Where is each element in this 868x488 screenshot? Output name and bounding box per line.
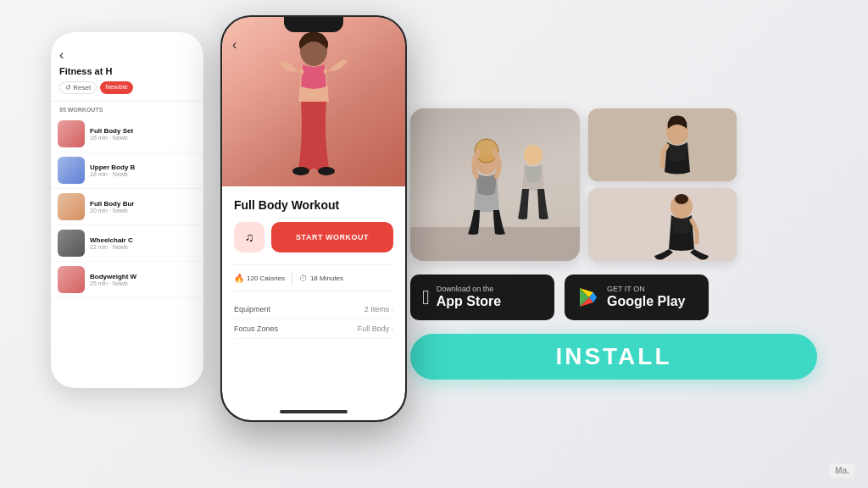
store-buttons:  Download on the App Store GET IT ON Go…: [410, 274, 817, 320]
workout-name: Full Body Set: [90, 127, 197, 135]
chevron-right-icon: ›: [391, 325, 393, 333]
workout-meta: 20 min · Newb: [90, 208, 197, 214]
equipment-label: Equipment: [234, 305, 270, 313]
app-store-button[interactable]:  Download on the App Store: [410, 274, 554, 320]
phone-bg-header: ‹ Fitness at H ↺ Reset Newbie: [51, 32, 203, 102]
watermark: Ma.: [830, 463, 854, 478]
start-workout-button[interactable]: START WORKOUT: [271, 222, 393, 252]
hero-figure: [254, 25, 373, 186]
calories-stat: 🔥 120 Calories: [234, 274, 285, 283]
workout-thumbnail: [58, 157, 85, 184]
minutes-stat: ⏱ 18 Minutes: [299, 274, 343, 283]
list-item[interactable]: Bodyweight W 25 min · Newb: [51, 262, 203, 298]
phone-fg-content: Full Body Workout ♫ START WORKOUT 🔥 120 …: [222, 186, 405, 351]
equipment-row[interactable]: Equipment 2 Items ›: [234, 300, 393, 319]
right-section:  Download on the App Store GET IT ON Go…: [410, 108, 817, 380]
workout-info: Full Body Bur 20 min · Newb: [90, 200, 197, 214]
apple-icon: : [422, 286, 430, 309]
clock-icon: ⏱: [299, 274, 308, 283]
google-play-icon: [576, 286, 600, 309]
focus-zones-row[interactable]: Focus Zones Full Body ›: [234, 319, 393, 339]
list-item[interactable]: Wheelchair C 22 min · Newb: [51, 225, 203, 262]
phone-bg: ‹ Fitness at H ↺ Reset Newbie 95 WORKOUT…: [51, 32, 203, 388]
workout-name: Bodyweight W: [90, 273, 197, 280]
app-store-name: App Store: [437, 293, 501, 309]
photo-bg-medicine-ball: [410, 108, 580, 261]
workouts-count: 95 WORKOUTS: [51, 102, 203, 116]
focus-label: Focus Zones: [234, 324, 278, 333]
newbie-filter-btn[interactable]: Newbie: [100, 81, 133, 94]
svg-rect-8: [588, 108, 737, 181]
workout-info: Upper Body B 18 min · Newb: [90, 164, 197, 177]
workout-meta: 18 min · Newb: [90, 171, 197, 177]
list-item[interactable]: Full Body Set 16 min · Newb: [51, 116, 203, 152]
right-image-column: [588, 108, 737, 261]
music-button[interactable]: ♫: [234, 222, 264, 252]
phone-screen: ‹: [222, 17, 405, 420]
phone-section: ‹ Fitness at H ↺ Reset Newbie 95 WORKOUT…: [51, 15, 407, 473]
equipment-value: 2 Items ›: [364, 305, 393, 313]
stat-divider: [292, 272, 292, 284]
workout-info: Wheelchair C 22 min · Newb: [90, 236, 197, 250]
reset-filter-btn[interactable]: ↺ Reset: [59, 81, 97, 94]
fire-icon: 🔥: [234, 274, 244, 283]
workout-list: Full Body Set 16 min · Newb Upper Body B…: [51, 116, 203, 298]
svg-point-1: [292, 167, 309, 175]
google-play-name: Google Play: [607, 293, 685, 309]
workout-meta: 25 min · Newb: [90, 280, 197, 286]
page-wrapper: ‹ Fitness at H ↺ Reset Newbie 95 WORKOUT…: [0, 0, 868, 488]
app-store-text: Download on the App Store: [437, 285, 501, 309]
focus-value: Full Body ›: [358, 324, 393, 333]
google-play-sub-text: GET IT ON: [607, 285, 685, 293]
phone-notch: [284, 17, 343, 32]
phone-bg-title: Fitness at H: [59, 66, 195, 76]
calories-value: 120 Calories: [247, 274, 285, 282]
workout-info: Bodyweight W 25 min · Newb: [90, 273, 197, 286]
list-item[interactable]: Full Body Bur 20 min · Newb: [51, 189, 203, 225]
install-button[interactable]: INSTALL: [410, 334, 817, 380]
workout-top-image: [588, 108, 737, 181]
phone-bg-back-icon: ‹: [59, 47, 195, 63]
workout-thumbnail: [58, 230, 85, 257]
chevron-right-icon: ›: [391, 306, 393, 313]
svg-point-2: [318, 167, 335, 175]
minutes-value: 18 Minutes: [310, 274, 343, 282]
workout-meta: 22 min · Newb: [90, 244, 197, 250]
workout-action-row: ♫ START WORKOUT: [234, 222, 393, 252]
svg-rect-10: [588, 188, 737, 261]
photo-bg-workout: [588, 108, 737, 181]
google-play-text: GET IT ON Google Play: [607, 285, 685, 309]
workout-hero-image: ‹: [222, 17, 405, 186]
workout-thumbnail: [58, 120, 85, 147]
workout-stats: 🔥 120 Calories ⏱ 18 Minutes: [234, 264, 393, 291]
image-grid: [410, 108, 817, 261]
workout-thumbnail: [58, 266, 85, 293]
workout-meta: 16 min · Newb: [90, 135, 197, 141]
app-store-sub-text: Download on the: [437, 285, 501, 293]
photo-bg-yoga: [588, 188, 737, 261]
workout-info: Full Body Set 16 min · Newb: [90, 127, 197, 141]
workout-detail-title: Full Body Workout: [234, 198, 393, 212]
workout-thumbnail: [58, 193, 85, 220]
svg-point-7: [524, 145, 542, 165]
yoga-image: [588, 188, 737, 261]
medicine-ball-image: [410, 108, 580, 261]
workout-name: Full Body Bur: [90, 200, 197, 208]
phone-fg: ‹: [220, 15, 407, 422]
phone-bg-filters: ↺ Reset Newbie: [59, 81, 195, 94]
list-item[interactable]: Upper Body B 18 min · Newb: [51, 152, 203, 189]
workout-name: Wheelchair C: [90, 236, 197, 244]
home-indicator: [280, 410, 348, 413]
google-play-button[interactable]: GET IT ON Google Play: [565, 274, 709, 320]
svg-point-12: [675, 194, 688, 204]
workout-name: Upper Body B: [90, 164, 197, 171]
phone-fg-back-icon[interactable]: ‹: [232, 37, 236, 53]
